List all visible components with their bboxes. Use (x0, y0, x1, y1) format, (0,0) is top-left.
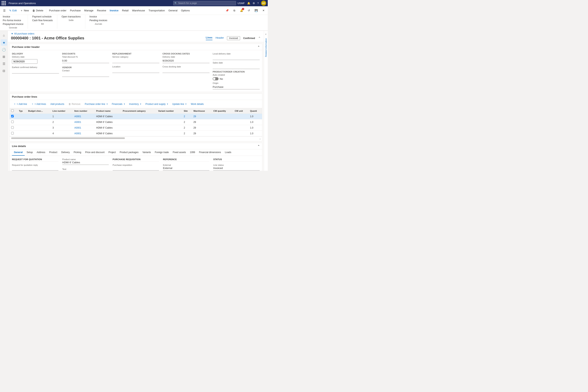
delivery-date-input[interactable] (12, 59, 38, 64)
right-panel[interactable]: ‹ Related information (264, 31, 268, 171)
row-check[interactable] (11, 115, 14, 118)
financials-button[interactable]: Financials (110, 102, 126, 106)
add-lines-button[interactable]: ＋ + Add lines (30, 102, 48, 106)
save-button[interactable]: 💾 (253, 8, 259, 14)
tab-transportation[interactable]: Transportation (147, 8, 166, 14)
select-all-checkbox[interactable] (11, 109, 14, 112)
pin-button[interactable]: 📌 (224, 8, 230, 14)
remove-button[interactable]: 🗑 Remove (67, 102, 82, 106)
ld-tab-fixed-assets[interactable]: Fixed assets (171, 149, 188, 156)
tab-manage[interactable]: Manage (83, 8, 95, 14)
row-line-number: 3 (51, 125, 73, 131)
nav-list[interactable]: ☰ (1, 60, 7, 67)
collapse-ld-icon[interactable]: ⌃ (258, 145, 260, 148)
settings-icon[interactable]: ⚙ (253, 2, 255, 5)
nav-home[interactable]: ⌂ (1, 32, 7, 38)
lines-tab[interactable]: Lines (206, 36, 212, 40)
collapse-po-header-icon[interactable]: ⌃ (258, 46, 260, 48)
ld-tab-delivery[interactable]: Delivery (59, 149, 72, 156)
notification-icon[interactable]: 🔔 (247, 2, 250, 5)
header-tab[interactable]: Header (216, 36, 224, 40)
local-delivery-group: Local delivery date Sales date (213, 52, 260, 69)
ld-tab-foreign-trade[interactable]: Foreign trade (153, 149, 171, 156)
product-and-supply-button[interactable]: Product and supply (144, 102, 170, 106)
nav-recent[interactable]: 🕐 (1, 46, 7, 53)
ld-tab-variants[interactable]: Variants (140, 149, 153, 156)
tab-general[interactable]: General (167, 8, 179, 14)
nav-filter[interactable]: ⊟ (1, 68, 7, 74)
auto-created-toggle[interactable] (213, 77, 218, 80)
row-check[interactable] (11, 132, 14, 134)
ribbon-group-bill-title: Bill (31, 23, 54, 25)
ribbon-item-invoice[interactable]: Invoice (2, 15, 24, 18)
confirmed-badge: Confirmed (243, 37, 255, 40)
duplicate-button[interactable]: ⧉ (232, 8, 237, 14)
edit-button[interactable]: ✎ Edit (8, 8, 18, 14)
table-row[interactable]: 2 A0001 HDMI 6' Cables 2 29 1.0 (10, 119, 262, 125)
help-icon[interactable]: ? (257, 2, 259, 5)
tab-invoice[interactable]: Invoice (108, 8, 120, 14)
ld-tab-product-packages[interactable]: Product packages (118, 149, 140, 156)
row-budget (27, 125, 51, 131)
cross-docking-sub-value (162, 69, 210, 73)
work-details-button[interactable]: Work details (189, 102, 205, 106)
tab-retail[interactable]: Retail (120, 8, 130, 14)
ribbon-item-prepayment[interactable]: Prepayment invoice (2, 22, 24, 26)
ld-tab-picking[interactable]: Picking (72, 149, 83, 156)
inventory-button[interactable]: Inventory (128, 102, 143, 106)
ld-tab-setup[interactable]: Setup (25, 149, 35, 156)
tab-warehouse[interactable]: Warehouse (130, 8, 146, 14)
new-button[interactable]: ＋ New (18, 8, 30, 14)
ld-tab-product[interactable]: Product (47, 149, 59, 156)
ribbon-item-payment-schedule[interactable]: Payment schedule (31, 15, 54, 18)
breadcrumb[interactable]: ▼ All purchase orders (11, 32, 261, 35)
table-row[interactable]: 4 A0001 HDMI 6' Cables 2 29 1.0 (10, 131, 262, 136)
table-row[interactable]: 1 A0001 HDMI 6' Cables 2 29 1.0 (10, 114, 262, 119)
notification-badge[interactable]: 🔔1 (238, 8, 244, 14)
lines-table: Typ Budget chec... Line number Item numb… (10, 108, 262, 136)
filter-icon: ▼ (11, 32, 13, 35)
ld-tab-address[interactable]: Address (35, 149, 47, 156)
ld-tab-project[interactable]: Project (106, 149, 118, 156)
ld-tab-loads[interactable]: Loads (223, 149, 233, 156)
tab-purchase-order[interactable]: Purchase order (48, 8, 68, 14)
add-products-button[interactable]: Add products (49, 102, 66, 106)
search-input[interactable] (173, 1, 236, 5)
tab-options[interactable]: Options (179, 8, 191, 14)
ribbon-item-journals-invoice[interactable]: Invoice (88, 15, 108, 18)
purchase-order-line-button[interactable]: Purchase order line (83, 102, 109, 106)
ribbon-group-journals-title: Journals (88, 23, 108, 25)
ribbon-item-pending-invoices[interactable]: Pending invoices (88, 18, 108, 22)
service-category-value (112, 59, 159, 63)
close-button[interactable]: ✕ (261, 8, 266, 14)
row-check[interactable] (11, 120, 14, 123)
col-product-name: Product name (95, 108, 121, 114)
nav-workspace[interactable]: ⊞ (1, 54, 7, 60)
avatar[interactable]: AD (261, 0, 266, 6)
horizontal-scrollbar[interactable] (11, 138, 125, 139)
add-line-button[interactable]: ＋ + Add line (12, 102, 28, 106)
nav-star[interactable]: ★ (1, 40, 7, 46)
update-line-button[interactable]: Update line (171, 102, 188, 106)
app-grid-icon[interactable] (2, 1, 6, 5)
refresh-button[interactable]: ↺ (246, 8, 252, 14)
table-row[interactable]: 3 A0001 HDMI 6' Cables 2 29 1.0 (10, 125, 262, 131)
row-check[interactable] (11, 126, 14, 129)
collapse-header-button[interactable]: ⌃ (258, 36, 261, 40)
ld-section-header[interactable]: Line details ⌃ (10, 143, 262, 149)
po-lines-section-header[interactable]: Purchase order lines (10, 94, 262, 100)
ld-tab-general[interactable]: General (12, 149, 25, 156)
ld-tab-1099[interactable]: 1099 (188, 149, 197, 156)
tab-purchase[interactable]: Purchase (68, 8, 82, 14)
scroll-right-icon[interactable]: › (260, 138, 260, 140)
ribbon-item-proforma[interactable]: Pro forma invoice (2, 18, 24, 22)
delete-button[interactable]: 🗑 Delete (31, 8, 45, 14)
po-header-section-header[interactable]: Purchase order header ⌃ (10, 44, 262, 50)
ld-tab-financial-dimensions[interactable]: Financial dimensions (197, 149, 223, 156)
add-lines-icon: ＋ (31, 102, 34, 106)
ld-tab-price-discount[interactable]: Price and discount (83, 149, 106, 156)
ribbon-item-open-transactions[interactable]: Open transactions (60, 15, 82, 18)
hamburger-button[interactable]: ☰ (2, 8, 7, 14)
ribbon-item-cashflow[interactable]: Cash flow forecasts (31, 18, 54, 22)
tab-receive[interactable]: Receive (96, 8, 108, 14)
